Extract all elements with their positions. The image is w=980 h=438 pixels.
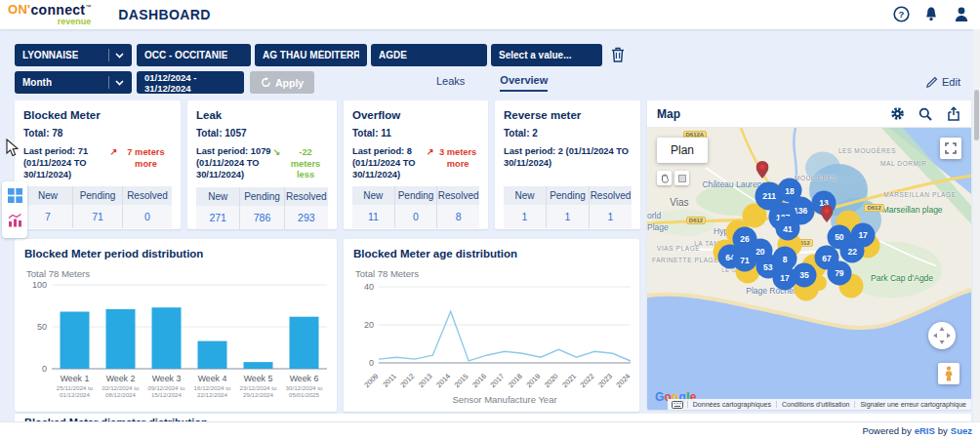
fullscreen-icon[interactable] bbox=[940, 138, 961, 159]
kpi-card-leak: Leak Total: 1057 Last period: 1079 (01/1… bbox=[187, 100, 337, 229]
map-pin-icon[interactable] bbox=[755, 161, 768, 182]
cluster-marker[interactable]: 79 bbox=[827, 260, 851, 285]
view-tabs: Leaks Overview bbox=[436, 74, 548, 92]
map-header: Map bbox=[647, 100, 971, 128]
map-pin-icon[interactable] bbox=[820, 205, 833, 226]
trend-up-icon: ↗ bbox=[109, 147, 117, 159]
card-total: Total: 2 bbox=[504, 128, 632, 139]
col-header: Resolved bbox=[589, 186, 632, 205]
col-header: New bbox=[196, 187, 239, 206]
gear-icon[interactable] bbox=[889, 106, 905, 122]
filter-select-city[interactable]: AGDE bbox=[371, 44, 487, 66]
map-canvas[interactable]: 2111813136127412620647153817355017226779… bbox=[647, 128, 971, 410]
filter-value: OCC - OCCITANIE bbox=[144, 50, 227, 60]
chevron-down-icon bbox=[115, 53, 124, 59]
col-header: Pending bbox=[239, 187, 283, 206]
logo-trademark: ™ bbox=[85, 4, 91, 10]
col-header: Resolved bbox=[436, 186, 479, 205]
svg-text:16/12/2024 to: 16/12/2024 to bbox=[194, 384, 231, 391]
map-label: LES MOUGÈRES bbox=[838, 147, 896, 154]
map-label: orld bbox=[647, 211, 661, 220]
chart-subtitle: Total 78 Meters bbox=[26, 268, 333, 279]
filter-select-company[interactable]: LYONNAISE bbox=[15, 44, 132, 66]
cell-value: 0 bbox=[394, 205, 437, 228]
select-box-icon[interactable] bbox=[674, 171, 689, 185]
svg-text:02/12/2024 to: 02/12/2024 to bbox=[102, 384, 140, 391]
date-range-value: 01/12/2024 - 31/12/2024 bbox=[144, 72, 236, 94]
date-range-field[interactable]: 01/12/2024 - 31/12/2024 bbox=[137, 71, 244, 94]
logo-revenue: revenue bbox=[58, 18, 92, 26]
pan-hand-icon[interactable] bbox=[657, 171, 672, 185]
card-last-period: Last period: 2 (01/11/2024 TO 30/11/2024… bbox=[504, 145, 632, 180]
user-icon[interactable] bbox=[953, 5, 970, 22]
page-scrollbar[interactable] bbox=[973, 29, 980, 421]
col-header: New bbox=[23, 186, 72, 205]
kpi-card-reverse-meter: Reverse meter Total: 2 Last period: 2 (0… bbox=[495, 100, 640, 229]
attribution-link[interactable]: Signaler une erreur cartographique bbox=[854, 401, 971, 408]
svg-text:Week 5: Week 5 bbox=[244, 374, 273, 383]
pegman-icon[interactable] bbox=[938, 363, 960, 384]
tab-overview[interactable]: Overview bbox=[500, 74, 548, 92]
trend-indicator: ↗ 3 meters more bbox=[426, 145, 479, 180]
svg-text:05/01/2025: 05/01/2025 bbox=[289, 391, 320, 398]
cluster-marker[interactable]: 35 bbox=[793, 262, 817, 287]
keyboard-icon[interactable] bbox=[668, 401, 687, 409]
tab-leaks[interactable]: Leaks bbox=[436, 75, 465, 91]
cell-value: 1 bbox=[589, 205, 632, 228]
map-label: Marseillan plage bbox=[882, 205, 943, 215]
bell-icon[interactable] bbox=[922, 5, 940, 22]
svg-text:2012: 2012 bbox=[398, 372, 416, 389]
filter-select-region[interactable]: OCC - OCCITANIE bbox=[137, 44, 251, 66]
trend-indicator: ↗ 7 meters more bbox=[109, 145, 172, 180]
svg-text:08/12/2024: 08/12/2024 bbox=[105, 391, 137, 398]
svg-text:2011: 2011 bbox=[381, 372, 398, 389]
footer-eris-link[interactable]: eRIS bbox=[915, 425, 935, 436]
svg-text:15/12/2024: 15/12/2024 bbox=[151, 391, 183, 398]
road-badge: D612 bbox=[686, 217, 706, 224]
svg-text:2019: 2019 bbox=[524, 372, 542, 389]
kpi-card-blocked-meter: Blocked Meter Total: 78 Last period: 71 … bbox=[15, 100, 181, 229]
cluster-marker[interactable]: 71 bbox=[732, 248, 756, 272]
road-badge: D612 bbox=[864, 204, 883, 212]
edit-button[interactable]: Edit bbox=[926, 76, 960, 88]
svg-text:2014: 2014 bbox=[434, 372, 452, 389]
footer-suez-link[interactable]: Suez bbox=[951, 425, 972, 436]
top-header: ON' connect ™ revenue DASHBOARD ? bbox=[0, 0, 980, 29]
card-last-period: Last period: 8 (01/11/2024 TO 30/11/2024… bbox=[352, 145, 426, 180]
search-icon[interactable] bbox=[918, 106, 933, 122]
map-type-button[interactable]: Plan bbox=[657, 138, 708, 163]
svg-text:2023: 2023 bbox=[596, 372, 614, 389]
footer-text: by bbox=[938, 425, 948, 436]
svg-text:?: ? bbox=[898, 9, 904, 20]
map-label: FARINETTE PLAGE bbox=[652, 257, 718, 263]
map-label: MAL DORMIR bbox=[880, 160, 926, 167]
pencil-icon bbox=[926, 76, 938, 88]
export-icon[interactable] bbox=[946, 106, 961, 122]
attribution-link[interactable]: Données cartographiques bbox=[687, 401, 776, 408]
analytics-chart-icon[interactable] bbox=[8, 213, 22, 231]
apply-button[interactable]: Apply bbox=[250, 71, 314, 94]
map-label: Vias bbox=[670, 197, 688, 208]
svg-text:2017: 2017 bbox=[488, 372, 506, 389]
card-title: Blocked Meter bbox=[23, 109, 172, 121]
col-header: Pending bbox=[72, 186, 122, 205]
trend-text: 3 meters more bbox=[436, 147, 479, 170]
trend-text: -22 meters less bbox=[283, 147, 328, 181]
card-title: Overflow bbox=[352, 109, 479, 121]
dashboard-grid-icon[interactable] bbox=[8, 188, 22, 207]
cell-value: 11 bbox=[352, 205, 394, 228]
svg-text:25/11/2024 to: 25/11/2024 to bbox=[57, 384, 94, 391]
svg-text:30/12/2024 to: 30/12/2024 to bbox=[286, 384, 323, 391]
cluster-marker[interactable]: 41 bbox=[776, 217, 800, 241]
attribution-link[interactable]: Conditions d'utilisation bbox=[776, 401, 854, 408]
filter-select-agency[interactable]: AG THAU MÉDITERRANÉE bbox=[255, 44, 367, 66]
trash-icon[interactable] bbox=[611, 47, 629, 64]
scrollbar-thumb[interactable] bbox=[974, 90, 979, 140]
cluster-marker[interactable]: 22 bbox=[840, 239, 865, 263]
help-icon[interactable]: ? bbox=[892, 5, 910, 22]
pan-control-icon[interactable] bbox=[928, 322, 956, 349]
svg-text:100: 100 bbox=[32, 280, 47, 290]
filter-select-period[interactable]: Month bbox=[15, 71, 132, 94]
filter-select-value[interactable]: Select a value... bbox=[491, 44, 602, 66]
cell-value: 8 bbox=[436, 205, 479, 228]
